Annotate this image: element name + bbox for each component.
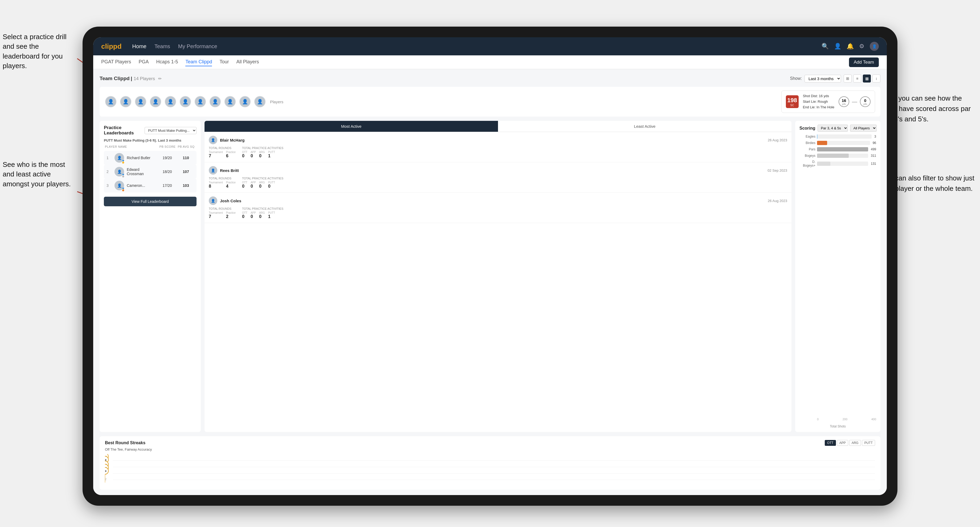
search-icon[interactable]: 🔍 [822,43,829,50]
active-tabs: Most Active Least Active [205,121,791,132]
streak-buttons: OTTAPPARGPUTT [825,440,875,446]
sec-nav-pgat[interactable]: PGAT Players [101,58,131,66]
player-avatar-7[interactable]: 👤 [194,96,206,108]
drill-select[interactable]: PUTT Must Make Putting... [145,127,197,134]
player-avatar-2[interactable]: 👤 [120,96,132,108]
team-title-area: Team Clippd | 14 Players ✏ [100,76,162,81]
shot-circle-2: 0 yds [860,96,870,107]
player-avatar-8[interactable]: 👤 [209,96,221,108]
player-avatar-9[interactable]: 👤 [224,96,236,108]
player-avatar-10[interactable]: 👤 [239,96,251,108]
view-icons: ⊞ ≡ ▦ ↕ [844,75,880,83]
bar-label: Birdies [799,141,815,145]
shot-circle-1: 16 yds [838,96,849,107]
tablet-screen: clippd Home Teams My Performance 🔍 👤 🔔 ⚙… [93,37,887,495]
pac-date: 26 Aug 2023 [768,138,787,142]
bar-fill [817,141,827,145]
annotation-top-left: Select a practice drill and see the lead… [3,32,75,71]
bar-value: 131 [871,162,876,165]
pac-date: 02 Sep 2023 [767,168,787,173]
par-filter-select[interactable]: Par 3, 4 & 5s Par 3s Par 4s Par 5s [818,125,848,132]
secondary-nav: PGAT Players PGA Hcaps 1-5 Team Clippd T… [93,56,887,69]
lb-score: 19/20 [159,156,175,160]
settings-icon[interactable]: ⚙ [859,43,864,50]
player-avatar-11[interactable]: 👤 [254,96,266,108]
bar-track [817,141,870,145]
nav-link-performance[interactable]: My Performance [178,42,217,51]
card-view-btn[interactable]: ▦ [863,75,871,83]
lb-score: 17/20 [159,183,175,187]
grid-view-btn[interactable]: ⊞ [844,75,852,83]
leaderboard-row[interactable]: 2 👤 🥈 Edward Crossman 18/20 107 [104,165,197,179]
show-select[interactable]: Last 3 months Last 6 months Last year [805,75,841,83]
top-nav: clippd Home Teams My Performance 🔍 👤 🔔 ⚙… [93,37,887,56]
sec-nav-team[interactable]: Team Clippd [185,58,212,66]
user-icon[interactable]: 👤 [834,43,841,50]
lb-avatar: 👤 🥈 [115,167,124,176]
nav-link-home[interactable]: Home [132,42,146,51]
pac-total-rounds: Total Rounds Tournament 8 Practice 4 [209,177,236,189]
streak-filter-btn[interactable]: OTT [825,440,836,446]
bar-row: Birdies 96 [799,141,876,145]
pac-date: 26 Aug 2023 [768,199,787,203]
bar-label: Pars [799,148,815,151]
player-avatar-6[interactable]: 👤 [180,96,191,108]
player-avatar-3[interactable]: 👤 [135,96,146,108]
streaks-subtitle: Off The Tee, Fairway Accuracy [105,448,875,451]
pac-activities: Total Practice Activities OTT 0 APP 0 AR… [242,146,283,158]
shot-circles: 16 yds — 0 yds [838,96,870,107]
sec-nav-all-players[interactable]: All Players [237,58,259,66]
player-activity-card[interactable]: 👤 Josh Coles 26 Aug 2023 Total Rounds To… [205,193,791,223]
streak-grid-line [113,479,875,480]
bar-row: Bogeys 311 [799,154,876,158]
player-avatar-4[interactable]: 👤 [150,96,161,108]
shot-dash: — [852,99,857,105]
sec-nav-hcaps[interactable]: Hcaps 1-5 [156,58,178,66]
bell-icon[interactable]: 🔔 [846,43,854,50]
pac-total-rounds: Total Rounds Tournament 7 Practice 6 [209,146,236,158]
player-activity-card[interactable]: 👤 Blair McHarg 26 Aug 2023 Total Rounds … [205,132,791,162]
team-header-row: Team Clippd | 14 Players ✏ Show: Last 3 … [100,75,880,83]
lb-avatar: 👤 🥉 [115,181,124,190]
show-row: Show: Last 3 months Last 6 months Last y… [790,75,880,83]
pac-avatar: 👤 [209,136,217,144]
player-activity-card[interactable]: 👤 Rees Britt 02 Sep 2023 Total Rounds To… [205,162,791,193]
sec-nav-tour[interactable]: Tour [220,58,229,66]
scoring-x-axis: 0 200 400 [799,417,876,421]
least-active-tab[interactable]: Least Active [498,121,791,132]
streaks-chart: 8 6 4 2 7x 6x 6x 5x 5x 4x 4x 4x 3 [105,454,875,486]
leaderboard-row[interactable]: 3 👤 🥉 Cameron... 17/20 103 [104,179,197,192]
player-avatar-1[interactable]: 👤 [105,96,117,108]
streak-dot: 3x [105,467,109,483]
sort-btn[interactable]: ↕ [872,75,880,83]
streak-filter-btn[interactable]: ARG [849,440,861,446]
bar-label: Bogeys [799,154,815,157]
lb-rows-container: 1 👤 🥇 Richard Butler 19/20 110 2 👤 🥈 Edw… [104,151,197,192]
leaderboard-title: Practice Leaderboards [104,125,145,136]
streak-filter-btn[interactable]: APP [837,440,848,446]
player-avatar-5[interactable]: 👤 [165,96,176,108]
players-label: Players [270,100,283,104]
bar-value: 3 [874,135,876,138]
player-filter-select[interactable]: All Players [850,125,877,132]
lb-score: 18/20 [159,170,175,174]
lb-avatar: 👤 🥇 [115,153,124,163]
scoring-header: Scoring Par 3, 4 & 5s Par 3s Par 4s Par … [799,125,876,132]
bar-track [817,135,872,139]
leaderboard-row[interactable]: 1 👤 🥇 Richard Butler 19/20 110 [104,151,197,165]
add-team-button[interactable]: Add Team [849,57,879,67]
nav-link-teams[interactable]: Teams [154,42,170,51]
lb-avg: 110 [178,156,194,160]
list-view-btn[interactable]: ≡ [853,75,861,83]
bar-fill [817,154,849,158]
user-avatar[interactable]: 👤 [870,42,879,51]
pac-name: Josh Coles [220,198,765,203]
streak-filter-btn[interactable]: PUTT [862,440,875,446]
edit-icon[interactable]: ✏ [158,76,162,81]
lb-col-headers: PLAYER NAME PB SCORE PB AVG SQ [104,145,197,148]
view-leaderboard-button[interactable]: View Full Leaderboard [104,197,197,206]
nav-icons: 🔍 👤 🔔 ⚙ 👤 [822,42,879,51]
scoring-panel: Scoring Par 3, 4 & 5s Par 3s Par 4s Par … [795,121,880,432]
most-active-tab[interactable]: Most Active [205,121,498,132]
sec-nav-pga[interactable]: PGA [138,58,149,66]
